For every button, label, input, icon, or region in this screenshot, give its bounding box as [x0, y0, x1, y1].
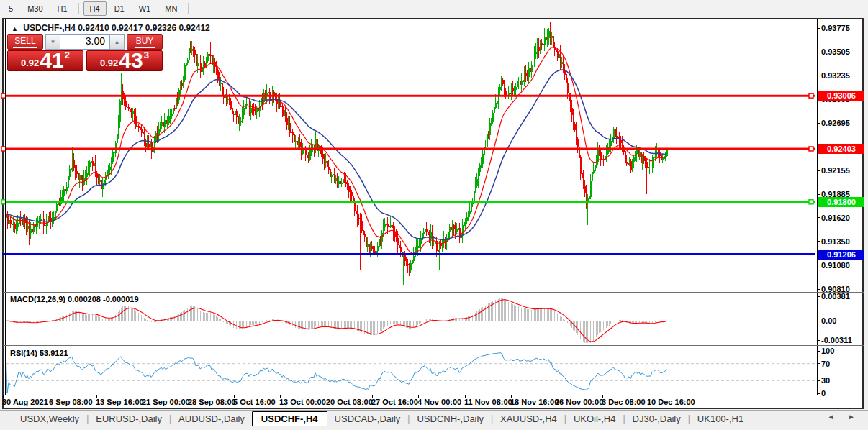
price-tick-label: 0.93775 — [821, 24, 850, 32]
volume-increase-button[interactable]: ▲ — [109, 34, 125, 50]
price-tick-label: 0.92695 — [821, 119, 850, 127]
timeframe-button-h4[interactable]: H4 — [83, 1, 107, 16]
rsi-tick-label: 70 — [821, 360, 830, 368]
time-tick-label: 6 Sep 08:00 — [49, 398, 93, 406]
sell-button-label: SELL — [13, 36, 37, 48]
volume-stepper: ▼ 3.00 ▲ — [45, 34, 125, 50]
chart-window — [2, 18, 864, 409]
timeframe-button-h1[interactable]: H1 — [51, 1, 74, 16]
timeframe-button-m30[interactable]: M30 — [21, 1, 49, 16]
macd-tick-label: -0.00311 — [821, 336, 852, 344]
time-tick-label: 3 Dec 08:00 — [602, 398, 646, 406]
rsi-tick-label: 0 — [821, 389, 826, 398]
rsi-tick-label: 30 — [821, 376, 830, 385]
chart-ohlc-values: 0.92410 0.92417 0.92326 0.92412 — [78, 23, 210, 33]
time-tick-label: 28 Sep 08:00 — [188, 398, 236, 406]
price-level-badge: 0.91206 — [818, 250, 864, 260]
sell-price-prefix: 0.92 — [21, 58, 39, 68]
timeframe-button-w1[interactable]: W1 — [132, 1, 158, 16]
tab-usdcaddaily[interactable]: USDCAD-,Daily — [327, 412, 408, 426]
price-tick-label: 0.93505 — [821, 47, 850, 56]
price-tick-label: 0.91620 — [821, 214, 850, 222]
tab-audusddaily[interactable]: AUDUSD-,Daily — [171, 412, 252, 426]
macd-tick-label: 0.00381 — [821, 292, 850, 301]
toolbar-separator — [78, 3, 79, 14]
price-tick-label: 0.91350 — [821, 237, 850, 246]
time-tick-label: 27 Oct 16:00 — [371, 398, 418, 406]
buy-price-big: 43 — [119, 51, 143, 70]
application-window: 5M30H1H4D1W1MN ▲ USDCHF-,H4 0.92410 0.92… — [0, 0, 868, 430]
buy-button[interactable]: BUY — [127, 34, 163, 50]
time-tick-label: 4 Nov 00:00 — [417, 398, 461, 406]
price-tick-label: 0.92155 — [821, 166, 850, 175]
collapse-icon[interactable]: ▲ — [12, 25, 18, 32]
buy-price-tile[interactable]: 0.92 43 3 — [86, 50, 163, 71]
sell-price-tile[interactable]: 0.92 41 2 — [7, 50, 83, 71]
time-tick-label: 11 Nov 08:00 — [464, 398, 512, 406]
tab-usdchfh4[interactable]: USDCHF-,H4 — [252, 411, 327, 426]
sell-price-big: 41 — [40, 51, 63, 70]
symbol-tabs: USDX,Weekly|EURUSD-,Daily|AUDUSD-,DailyU… — [0, 410, 868, 426]
time-tick-label: 21 Sep 00:00 — [142, 398, 190, 406]
chart-symbol-label: USDCHF-,H4 — [23, 23, 76, 33]
time-tick-label: 13 Oct 00:00 — [279, 398, 326, 406]
tab-uk100h1[interactable]: UK100-,H1 — [690, 412, 751, 426]
price-level-badge: 0.91800 — [818, 197, 864, 207]
tab-usdxweekly[interactable]: USDX,Weekly — [13, 412, 86, 426]
rsi-panel-label: RSI(14) 53.9121 — [10, 349, 68, 357]
time-tick-label: 20 Oct 08:00 — [326, 398, 373, 406]
price-tick-label: 0.91080 — [821, 261, 850, 270]
chart-title-bar: ▲ USDCHF-,H4 0.92410 0.92417 0.92326 0.9… — [12, 23, 210, 33]
time-tick-label: 5 Oct 16:00 — [233, 398, 276, 406]
price-tick-label: 0.93235 — [821, 71, 850, 80]
buy-price-prefix: 0.92 — [100, 58, 118, 68]
rsi-tick-label: 100 — [821, 347, 834, 355]
tab-ukoilh4[interactable]: UKOil-,H4 — [566, 412, 623, 426]
tab-usdcnhdaily[interactable]: USDCNH-,Daily — [410, 412, 490, 426]
status-strip — [0, 426, 868, 430]
time-tick-label: 18 Nov 16:00 — [510, 398, 559, 406]
time-tick-label: 10 Dec 16:00 — [647, 398, 695, 406]
tab-eurusddaily[interactable]: EURUSD-,Daily — [89, 412, 169, 426]
volume-input[interactable]: 3.00 — [60, 34, 109, 50]
time-tick-label: 13 Sep 16:00 — [96, 398, 144, 406]
tab-xauusdh4[interactable]: XAUUSD-,H4 — [493, 412, 564, 426]
buy-price-sup: 3 — [144, 50, 149, 60]
timeframe-button-d1[interactable]: D1 — [108, 1, 131, 16]
time-tick-label: 30 Aug 2021 — [2, 398, 48, 406]
volume-decrease-button[interactable]: ▼ — [45, 34, 60, 50]
sell-button[interactable]: SELL — [7, 34, 43, 50]
time-tick-label: 26 Nov 00:00 — [555, 398, 603, 406]
tab-dj30daily[interactable]: DJ30-,Daily — [625, 412, 688, 426]
tab-scroll-arrows[interactable]: ◄ ► — [827, 413, 861, 421]
timeframe-button-mn[interactable]: MN — [158, 1, 184, 16]
timeframe-toolbar: 5M30H1H4D1W1MN — [0, 0, 868, 17]
sell-price-sup: 2 — [65, 50, 70, 60]
one-click-trading-panel: SELL ▼ 3.00 ▲ BUY 0.92 41 2 0.92 43 3 — [7, 34, 163, 71]
macd-tick-label: 0.00 — [821, 316, 836, 325]
price-level-badge: 0.92403 — [818, 144, 864, 154]
macd-panel-label: MACD(12,26,9) 0.000208 -0.000019 — [10, 295, 139, 303]
buy-button-label: BUY — [135, 36, 155, 48]
toolbar-separator — [188, 3, 189, 14]
timeframe-button-5[interactable]: 5 — [2, 1, 19, 16]
price-level-badge: 0.93006 — [818, 91, 864, 101]
